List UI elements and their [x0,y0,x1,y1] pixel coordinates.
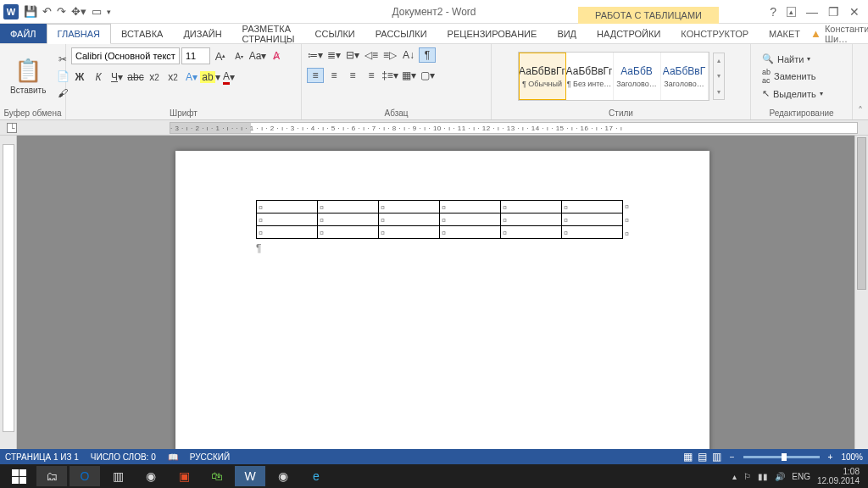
help-icon[interactable]: ? [770,5,776,19]
style-nospacing[interactable]: АаБбВвГг¶ Без инте… [566,53,614,100]
proofing-icon[interactable]: 📖 [168,452,178,462]
view-print-icon[interactable]: ▦ [683,451,693,463]
taskbar-explorer-icon[interactable]: 🗂 [36,466,67,486]
ribbon-display-icon[interactable]: ▴ [787,7,796,17]
bullets-icon[interactable]: ≔▾ [307,47,324,63]
find-button[interactable]: 🔍Найти▾ [760,53,826,65]
zoom-slider[interactable] [743,456,820,458]
undo-icon[interactable]: ↶ [42,5,52,18]
keyboard-layout[interactable]: ENG [792,472,810,481]
show-marks-button[interactable]: ¶ [419,47,436,63]
zoom-in-icon[interactable]: + [828,452,833,462]
tab-addins[interactable]: НАДСТРОЙКИ [587,24,670,43]
tab-mailings[interactable]: РАССЫЛКИ [365,24,437,43]
style-normal[interactable]: АаБбВвГг¶ Обычный [519,53,566,100]
tab-references[interactable]: ССЫЛКИ [305,24,365,43]
line-spacing-icon[interactable]: ‡≡▾ [381,68,398,83]
tab-table-design[interactable]: КОНСТРУКТОР [670,24,759,43]
tab-insert[interactable]: ВСТАВКА [111,24,173,43]
view-read-icon[interactable]: ▤ [698,451,707,463]
justify-button[interactable]: ≡ [363,68,380,83]
multilevel-icon[interactable]: ⊟▾ [344,47,361,63]
clock[interactable]: 1:08 12.09.2014 [817,467,860,485]
tab-design[interactable]: ДИЗАЙН [173,24,231,43]
numbering-icon[interactable]: ≣▾ [326,47,342,63]
tab-file[interactable]: ФАЙЛ [0,24,47,43]
tab-page-layout[interactable]: РАЗМЕТКА СТРАНИЦЫ [232,24,305,43]
start-button[interactable] [3,466,34,486]
taskbar-chrome-icon[interactable]: ◉ [136,466,166,486]
save-icon[interactable]: 💾 [24,5,37,18]
word-app-icon[interactable]: W [3,4,19,19]
taskbar-app-icon[interactable]: ▣ [169,466,199,486]
vertical-scrollbar[interactable] [854,136,868,449]
qat-item-icon[interactable]: ▭ [92,5,102,18]
sort-icon[interactable]: A↓ [400,47,417,63]
zoom-level[interactable]: 100% [841,452,863,462]
paste-button[interactable]: 📋 Вставить [5,56,51,97]
document-canvas[interactable]: ¤ ¤ ¤ ¶ [17,136,868,449]
strikethrough-button[interactable]: abc [127,69,144,85]
style-heading1[interactable]: АаБбВЗаголово… [614,53,661,100]
styles-gallery[interactable]: АаБбВвГг¶ Обычный АаБбВвГг¶ Без инте… Аа… [518,52,709,101]
zoom-out-icon[interactable]: − [730,452,735,462]
horizontal-ruler[interactable]: · 3 · ı · 2 · ı · 1 · ı · · ı · 1 · ı · … [170,122,858,134]
italic-button[interactable]: К [90,69,107,85]
close-icon[interactable]: ✕ [849,5,860,19]
taskbar-store-icon[interactable]: 🛍 [202,466,232,486]
tab-view[interactable]: ВИД [547,24,587,43]
taskbar-word-icon[interactable]: W [235,466,265,486]
font-color-icon[interactable]: A▾ [220,69,237,85]
subscript-button[interactable]: x2 [146,69,163,85]
style-heading2[interactable]: АаБбВвГЗаголово… [661,53,709,100]
tab-table-layout[interactable]: МАКЕТ [759,24,810,43]
taskbar-outlook-icon[interactable]: O [70,466,100,486]
align-center-button[interactable]: ≡ [326,68,342,83]
taskbar-ie-icon[interactable]: e [301,466,331,486]
tray-network-icon[interactable]: ▮▮ [758,472,768,481]
collapse-ribbon-icon[interactable]: ˄ [853,44,868,119]
vertical-ruler[interactable] [0,136,17,449]
word-count[interactable]: ЧИСЛО СЛОВ: 0 [91,452,156,462]
underline-button[interactable]: Ч▾ [108,69,125,85]
decrease-indent-icon[interactable]: ◁≡ [363,47,380,63]
taskbar-chrome2-icon[interactable]: ◉ [268,466,298,486]
select-button[interactable]: ↖Выделить▾ [760,87,826,100]
tab-selector-icon[interactable]: └ [7,123,17,133]
page-indicator[interactable]: СТРАНИЦА 1 ИЗ 1 [5,452,79,462]
taskbar-app-icon[interactable]: ▥ [103,466,133,486]
inserted-table[interactable] [256,200,623,239]
tray-flag-icon[interactable]: ⚐ [743,472,751,481]
view-web-icon[interactable]: ▥ [712,451,721,463]
highlight-icon[interactable]: ab▾ [202,69,219,85]
bold-button[interactable]: Ж [71,69,88,85]
font-size-combo[interactable]: 11 [181,47,210,64]
minimize-icon[interactable]: — [806,5,818,19]
shading-icon[interactable]: ▦▾ [400,68,417,83]
grow-font-icon[interactable]: A▴ [212,48,229,64]
text-effects-icon[interactable]: A▾ [183,69,200,85]
change-case-icon[interactable]: Aa▾ [249,48,266,64]
align-right-button[interactable]: ≡ [344,68,361,83]
align-left-button[interactable]: ≡ [307,68,324,83]
superscript-button[interactable]: x2 [164,69,181,85]
table-row [257,214,623,226]
account-area[interactable]: ▲ Константин Ши… ▾ [810,24,868,43]
borders-icon[interactable]: ▢▾ [419,68,436,83]
tab-home[interactable]: ГЛАВНАЯ [47,24,111,44]
clear-formatting-icon[interactable]: A̷ [268,48,285,64]
tray-up-icon[interactable]: ▴ [732,472,737,481]
replace-button[interactable]: abacЗаменить [760,67,826,86]
ribbon: 📋 Вставить ✂ 📄 🖌 Буфер обмена Calibri (О… [0,44,868,120]
tray-volume-icon[interactable]: 🔊 [775,472,785,481]
gallery-scroll[interactable]: ▴▾▾ [713,53,725,100]
shrink-font-icon[interactable]: A▾ [231,48,248,64]
tab-review[interactable]: РЕЦЕНЗИРОВАНИЕ [437,24,548,43]
font-name-combo[interactable]: Calibri (Основной текст [71,47,180,64]
language-indicator[interactable]: РУССКИЙ [190,452,230,462]
maximize-icon[interactable]: ❐ [828,5,839,19]
qat-customize-icon[interactable]: ▾ [107,8,111,16]
qat-item-icon[interactable]: ✥▾ [71,5,86,18]
redo-icon[interactable]: ↷ [57,5,66,18]
increase-indent-icon[interactable]: ≡▷ [381,47,398,63]
